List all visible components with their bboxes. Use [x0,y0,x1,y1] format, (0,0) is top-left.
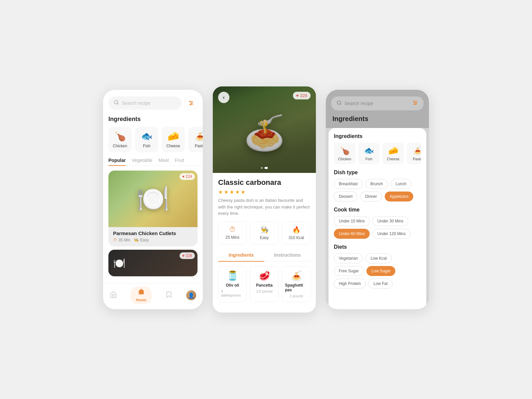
ing-item-pancetta: 🥩 Pancetta 1/2 pound [250,266,279,302]
tag-low-kcal[interactable]: Low Kcal [365,253,392,263]
tag-under-15[interactable]: Under 15 Mins [334,216,370,226]
screen-2: 🍝 ‹ ♥ 328 Classic carbonara ★ ★ ★ ★ ★ [213,86,316,313]
recipe-card-1[interactable]: 🍽️ ♥ 224 Parmesan Chicken Cutlets ⏱ 35 M… [108,171,198,246]
recipe-meta-1: ⏱ 35 Min 👨‍🍳 Easy [113,238,193,242]
ingredients-section-title-3: Ingredients [334,133,421,139]
tab-instructions[interactable]: Instructions [264,249,311,261]
heart-badge-1: ♥ 224 [180,173,195,180]
s3-chicken-label: Chicken [338,157,351,161]
tab-vegetable[interactable]: Vegetable [132,158,152,166]
s3-ing-chicken[interactable]: 🍗 Chicken [334,143,355,164]
ing-qty-oil: 4 tablespoons [221,289,244,297]
filter-button-1[interactable] [185,97,198,109]
ingredients-title-1: Ingredients [108,116,198,123]
recipe-stats: ⏱ 25 Mins 👨‍🍳 Easy 🔥 310 Kcal [218,221,311,244]
ing-item-spaghetti: 🍝 Spaghetti pas 1 pound [282,266,311,302]
star-5: ★ [241,189,245,195]
star-4: ★ [235,189,240,195]
fish-icon: 🐟 [141,131,153,142]
home-label: Home [136,298,146,302]
diets-tags: Vegetarian Low Kcal Free Sugar Low Sugar… [334,253,421,289]
search-input-1[interactable]: Search recipe [108,96,182,110]
stat-difficulty-value: Easy [260,235,269,240]
tag-under-120[interactable]: Under 120 Mins [372,229,411,239]
tab-popular[interactable]: Popular [108,158,126,166]
tag-under-30[interactable]: Under 30 Mins [372,216,408,226]
tag-vegetarian[interactable]: Vegetarian [334,253,363,263]
filter-header: Search recipe Ingredients [326,90,429,128]
dot-2 [265,167,268,169]
ingredients-section-3: Ingredients 🍗 Chicken 🐟 Fish 🧀 Cheese [334,133,421,164]
tab-meat[interactable]: Meat [158,158,169,166]
heart-badge-2: ♥ 328 [180,252,195,259]
recipe-detail-content: Classic carbonara ★ ★ ★ ★ ★ Cheesy pasta… [213,173,316,308]
tag-lunch[interactable]: Lunch [391,179,412,189]
tag-brunch[interactable]: Brunch [365,179,388,189]
ingredient-pasta[interactable]: 🍝 Pasta [188,127,203,152]
tag-under-60[interactable]: Under 60 Mins [334,229,370,239]
tab-fruit[interactable]: Fruit [175,158,184,166]
star-2: ★ [224,189,228,195]
tag-breakfast[interactable]: Breackfast [334,179,363,189]
tag-dessert[interactable]: Dessert [334,192,357,201]
home-outline-icon [110,291,117,300]
avatar-emoji: 👤 [188,292,195,299]
ingredient-fish[interactable]: 🐟 Fish [135,127,158,152]
tag-low-fat[interactable]: Low Fat [368,279,393,289]
svg-line-10 [340,104,341,105]
flame-stat-icon: 🔥 [292,226,301,234]
ingredient-cheese[interactable]: 🧀 Cheese [162,127,185,152]
ing-qty-pancetta: 1/2 pound [256,289,273,293]
s3-ing-cheese[interactable]: 🧀 Cheese [382,143,404,164]
svg-point-9 [337,101,341,104]
svg-point-0 [114,100,118,104]
tag-appetizers[interactable]: Appetizers [385,192,414,201]
tab-ingredients[interactable]: Ingredients [218,249,264,262]
s3-ing-pasta[interactable]: 🍝 Pasta [407,143,421,164]
search-bar-3[interactable]: Search recipe [331,96,424,110]
star-rating: ★ ★ ★ ★ ★ [218,189,311,195]
recipe-card-2[interactable]: 🍽️ ♥ 328 [108,250,198,276]
filter-icon-3[interactable] [412,100,418,107]
svg-point-5 [190,101,191,102]
search-icon [114,100,119,106]
nav-item-home-outline[interactable] [110,291,117,300]
oil-icon: 🫙 [227,270,238,281]
dish-type-section: Dish type Breackfast Brunch Lunch Desser… [334,170,421,201]
recipe-difficulty-1: 👨‍🍳 Easy [134,238,149,242]
stat-difficulty: 👨‍🍳 Easy [250,221,279,244]
svg-point-6 [192,103,193,104]
diets-title: Diets [334,244,421,250]
category-tabs-1: Popular Vegetable Meat Fruit [103,152,203,166]
star-3: ★ [229,189,234,195]
search-placeholder-3: Search recipe [344,101,410,106]
cook-time-section: Cook time Under 15 Mins Under 30 Mins Un… [334,207,421,239]
screen-3: Search recipe Ingredients Ingredients 🍗 [326,90,429,309]
food-emoji-1: 🍽️ [136,183,170,214]
hero-likes: 328 [300,93,307,98]
food-emoji-2: 🍽️ [113,257,125,269]
stat-kcal: 🔥 310 Kcal [282,221,311,244]
s3-cheese-icon: 🧀 [388,146,398,155]
cheese-icon: 🧀 [168,131,179,142]
hero-heart-badge: ♥ 328 [293,92,311,99]
nav-item-home-active[interactable]: Home [131,287,152,304]
recipe-description: Cheesy pasta dish is an Italian favourit… [218,197,311,217]
likes-count-1: 224 [186,174,192,179]
recipe-detail-title: Classic carbonara [218,178,311,187]
nav-item-bookmark[interactable] [165,291,173,300]
svg-line-1 [117,103,118,104]
clock-stat-icon: ⏱ [229,226,236,233]
ingredient-label-fish: Fish [143,144,151,148]
likes-count-2: 328 [186,253,192,258]
tag-low-sugar[interactable]: Low Sugar [366,266,395,276]
tag-high-protein[interactable]: High Protein [334,279,366,289]
s3-chicken-icon: 🍗 [340,146,350,155]
screen-1: Search recipe Ingredients 🍗 Chicken 🐟 Fi… [103,90,203,309]
back-button[interactable]: ‹ [218,92,229,103]
ingredient-chicken[interactable]: 🍗 Chicken [108,127,132,152]
tag-dinner[interactable]: Dinner [360,192,382,201]
s3-ing-fish[interactable]: 🐟 Fish [358,143,380,164]
tag-free-sugar[interactable]: Free Sugar [334,266,364,276]
nav-item-avatar[interactable]: 👤 [186,290,196,300]
